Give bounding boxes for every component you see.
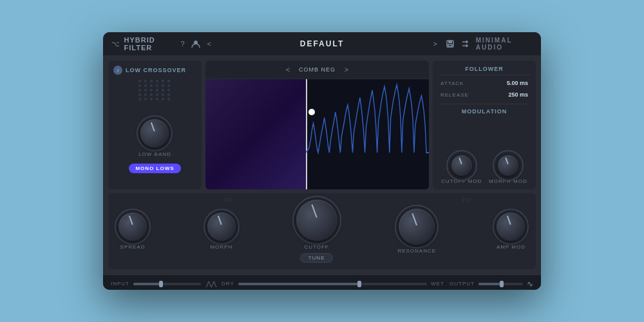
release-row: RELEASE 250 ms [438, 91, 531, 99]
morph-mod-knob[interactable] [498, 155, 518, 176]
next-preset-button[interactable]: > [430, 38, 440, 50]
visualizer-panel: < COMB NEG > [205, 61, 429, 189]
spread-knob-item: SPREAD [118, 213, 147, 250]
attack-row: ATTACK 5.00 ms [438, 79, 531, 87]
release-value: 250 ms [508, 91, 528, 98]
main-content: i LOW CROSSOVER LOW BAND MONO LOWS [103, 55, 541, 274]
spread-label: SPREAD [120, 244, 146, 250]
viz-prev-button[interactable]: < [282, 64, 294, 75]
morph-label: MORPH [210, 244, 232, 250]
cutoff-label: CUTOFF [304, 244, 328, 250]
bottom-section: /// /// SPREAD MORPH CUT [108, 193, 536, 269]
viz-header: < COMB NEG > [205, 61, 429, 79]
dry-wet-section: DRY WET [222, 281, 444, 287]
cutoff-mod-knob-wrap[interactable] [451, 155, 472, 176]
amp-mod-label: AMP MOD [497, 244, 526, 250]
morph-knob-item: MORPH [207, 213, 236, 250]
viz-title: COMB NEG [299, 66, 336, 73]
plugin-window: ⌥ HYBRID FILTER ? < DEFAULT > MINIMAL AU… [103, 32, 541, 290]
tune-button[interactable]: TUNE [300, 253, 334, 263]
cutoff-knob-item: CUTOFF TUNE [296, 200, 337, 263]
waveform-svg [306, 79, 429, 189]
cutoff-knob-wrap[interactable] [296, 200, 337, 241]
info-icon[interactable]: i [113, 66, 122, 75]
input-slider-thumb[interactable] [159, 281, 163, 287]
cutoff-mod-knob[interactable] [451, 155, 472, 176]
dry-wet-thumb[interactable] [357, 281, 361, 287]
plugin-name: HYBRID FILTER [124, 36, 175, 52]
left-panel: i LOW CROSSOVER LOW BAND MONO LOWS [108, 61, 202, 189]
viz-left [205, 79, 306, 189]
mod-knobs: CUTOFF MOD MORPH MOD [438, 118, 531, 184]
prev-preset-button[interactable]: < [204, 38, 214, 50]
viz-next-button[interactable]: > [341, 64, 352, 75]
morph-knob[interactable] [207, 213, 236, 241]
svg-rect-3 [448, 44, 452, 46]
cutoff-mod-item: CUTOFF MOD [441, 155, 482, 184]
deco-right: /// [462, 197, 471, 204]
top-bar: ⌥ HYBRID FILTER ? < DEFAULT > MINIMAL AU… [103, 32, 541, 55]
top-bar-center: DEFAULT [219, 39, 425, 48]
amp-mod-knob[interactable] [497, 213, 525, 241]
input-slider-fill [133, 283, 160, 285]
spread-knob-wrap[interactable] [118, 213, 147, 241]
resonance-knob-item: RESONANCE [397, 209, 436, 254]
output-slider-thumb[interactable] [500, 281, 504, 287]
wave-icon: ∿ [527, 279, 533, 289]
user-button[interactable] [191, 38, 201, 50]
dot-grid [138, 80, 171, 100]
svg-rect-2 [448, 41, 452, 43]
panel-header: i LOW CROSSOVER [113, 66, 196, 75]
low-band-label: LOW BAND [138, 151, 171, 157]
morph-knob-wrap[interactable] [207, 213, 236, 241]
brand-name: MINIMAL AUDIO [476, 37, 533, 51]
output-section: OUTPUT ∿ [450, 279, 533, 289]
attack-label: ATTACK [440, 80, 464, 86]
expand-icon[interactable]: ⋀⋀ [206, 280, 216, 287]
amp-mod-knob-item: AMP MOD [497, 213, 526, 250]
output-slider-fill [478, 283, 501, 285]
preset-name: DEFAULT [300, 39, 344, 48]
cutoff-knob[interactable] [296, 200, 337, 241]
top-bar-right: > MINIMAL AUDIO [430, 37, 533, 51]
wet-label: WET [431, 281, 444, 287]
save-button[interactable] [446, 38, 456, 50]
follower-title: FOLLOWER [438, 66, 531, 75]
viz-body [205, 79, 429, 189]
morph-mod-knob-wrap[interactable] [498, 155, 518, 176]
spread-knob[interactable] [118, 213, 147, 241]
resonance-label: RESONANCE [397, 248, 436, 254]
attack-value: 5.00 ms [507, 80, 528, 86]
low-band-knob[interactable] [140, 119, 169, 147]
mono-lows-button[interactable]: MONO LOWS [129, 164, 180, 173]
resonance-knob-wrap[interactable] [399, 209, 435, 245]
morph-mod-item: MORPH MOD [489, 155, 527, 184]
low-crossover-title: LOW CROSSOVER [126, 67, 186, 73]
input-section: INPUT [111, 281, 201, 287]
amp-mod-knob-wrap[interactable] [497, 213, 525, 241]
output-label: OUTPUT [450, 281, 475, 287]
plugin-icon: ⌥ [111, 38, 120, 50]
shuffle-button[interactable] [460, 38, 471, 50]
low-band-knob-container: LOW BAND MONO LOWS [129, 108, 180, 184]
dry-label: DRY [222, 281, 234, 287]
resonance-knob[interactable] [399, 209, 435, 245]
input-slider[interactable] [133, 283, 201, 285]
output-slider[interactable] [478, 283, 523, 285]
dry-wet-fill [238, 283, 361, 285]
deco-left: /// [224, 197, 233, 204]
top-bar-left: ⌥ HYBRID FILTER ? < [111, 36, 214, 52]
help-button[interactable]: ? [178, 38, 187, 50]
release-label: RELEASE [440, 92, 469, 98]
low-band-knob-wrap[interactable] [140, 119, 169, 147]
dry-wet-slider[interactable] [238, 283, 427, 285]
right-panel: FOLLOWER ATTACK 5.00 ms RELEASE 250 ms M… [433, 61, 536, 189]
bottom-bar: INPUT ⋀⋀ DRY WET OUTPUT ∿ [103, 274, 541, 290]
input-label: INPUT [111, 281, 129, 287]
modulation-title: MODULATION [438, 104, 531, 115]
top-section: i LOW CROSSOVER LOW BAND MONO LOWS [108, 61, 536, 189]
